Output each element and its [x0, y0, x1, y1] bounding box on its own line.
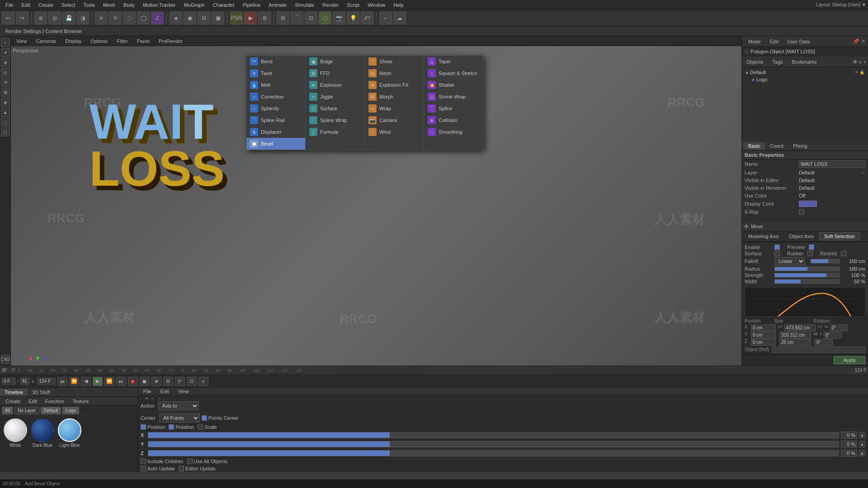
prop-use-color-value[interactable]: Off: [799, 193, 865, 198]
mat-tab-create[interactable]: Create: [2, 398, 24, 405]
apply-button[interactable]: Apply: [834, 356, 865, 364]
deformer-shear[interactable]: / Shear: [365, 56, 424, 67]
deformer-bulge[interactable]: ◉ Bulge: [306, 56, 364, 67]
tag-btn[interactable]: 🏷: [361, 12, 373, 24]
deformer-shatter[interactable]: 💥 Shatter: [424, 79, 483, 91]
display-color-swatch[interactable]: [799, 201, 817, 207]
obj-vis-icon[interactable]: 👁: [854, 70, 859, 75]
deformer-wrap[interactable]: ↪ Wrap: [365, 103, 424, 114]
deformer-dropdown-menu[interactable]: 〜 Bend ↯ Twist 💧 Melt: [246, 55, 483, 150]
left-icon-8[interactable]: ▲: [1, 108, 10, 117]
play-fwd-btn[interactable]: ⏩: [104, 377, 114, 386]
center-dropdown[interactable]: All Points: [159, 413, 200, 422]
mat-filter-nolayer[interactable]: No Layer: [14, 407, 39, 414]
menu-character[interactable]: Character: [209, 1, 238, 9]
spline-btn[interactable]: ⌒: [291, 12, 303, 24]
mat-tab-function[interactable]: Function: [42, 398, 68, 405]
x-axis-slider[interactable]: [148, 432, 839, 438]
tl-extra-5[interactable]: ≡: [198, 377, 208, 386]
primitive-btn[interactable]: ⊞: [277, 12, 289, 24]
rot-p-input[interactable]: [824, 332, 842, 338]
rp-pin-icon[interactable]: 📌: [853, 38, 859, 44]
include-children-check[interactable]: [141, 459, 146, 464]
deformer-jiggle[interactable]: ≈ Jiggle: [306, 91, 364, 103]
x-axis-input[interactable]: 0 %: [841, 432, 857, 439]
deformer-taper[interactable]: △ Taper: [424, 56, 483, 67]
size-z-input[interactable]: [779, 339, 811, 346]
render-settings-link[interactable]: Render Settings | Content Browser: [3, 28, 85, 34]
camera-btn[interactable]: 📷: [333, 12, 345, 24]
editor-update-check[interactable]: [179, 466, 184, 471]
z-axis-slider[interactable]: [148, 450, 839, 456]
generator-btn[interactable]: ⊡: [305, 12, 317, 24]
menu-mesh[interactable]: Mesh: [99, 1, 119, 9]
xray-checkbox[interactable]: [799, 209, 804, 215]
deformer-displacer[interactable]: ⇅ Displacer: [246, 126, 305, 138]
deformer-wind[interactable]: ~ Wind: [365, 126, 424, 138]
deformer-collision[interactable]: ⊕ Collision: [424, 114, 483, 126]
poly-mode-button[interactable]: ▣: [212, 12, 224, 24]
deformer-correction[interactable]: ✓ Correction: [246, 91, 305, 103]
save-button[interactable]: 💾: [62, 12, 75, 24]
redo-button[interactable]: ↪: [16, 12, 28, 24]
use-all-check[interactable]: [187, 459, 193, 464]
left-icon-5[interactable]: ⟲: [1, 78, 10, 87]
play-btn[interactable]: ▶: [93, 377, 103, 386]
props-tab-coord[interactable]: Coord: [765, 142, 788, 150]
tab-soft-selection[interactable]: Soft Selection: [819, 232, 860, 240]
tl-tab-3dstuff[interactable]: 3D Stuff: [28, 389, 55, 396]
props-tab-basic[interactable]: Basic: [744, 142, 765, 150]
point-mode-button[interactable]: ◉: [184, 12, 196, 24]
y-axis-input[interactable]: 0 %: [841, 441, 857, 448]
left-icon-7[interactable]: ◈: [1, 98, 10, 107]
deformer-smoothing[interactable]: ◌ Smoothing: [424, 126, 483, 138]
undo-button[interactable]: ↩: [2, 12, 14, 24]
deformer-mesh[interactable]: ⊟ Mesh: [365, 67, 424, 79]
deformer-bevel[interactable]: ⬟ Bevel: [246, 138, 305, 150]
obj-default-row[interactable]: ■ Default 👁 🔒: [745, 69, 865, 76]
menu-tools[interactable]: Tools: [80, 1, 99, 9]
mat-swatch-lightblue[interactable]: Light Blue: [57, 418, 82, 469]
rot-b-input[interactable]: [815, 339, 833, 346]
edit-button[interactable]: Edit: [766, 38, 782, 45]
y-axis-slider[interactable]: [148, 441, 839, 447]
deformer-spherify[interactable]: ○ Spherify: [246, 103, 305, 114]
ss-restrict-checkbox[interactable]: [841, 251, 846, 256]
vp-cameras[interactable]: Cameras: [33, 38, 60, 45]
menu-pipeline[interactable]: Pipeline: [239, 1, 264, 9]
auto-update-check[interactable]: [141, 466, 146, 471]
props-tab-phong[interactable]: Phong: [788, 142, 812, 150]
mat-filter-default[interactable]: Default: [41, 407, 61, 414]
scale-button[interactable]: ◯: [137, 12, 150, 24]
vp-display[interactable]: Display: [61, 38, 85, 45]
deformer-twist[interactable]: ↯ Twist: [246, 67, 305, 79]
z-axis-up[interactable]: ▲: [859, 450, 865, 456]
action-dropdown[interactable]: Axis to: [158, 401, 199, 410]
ss-rubber-checkbox[interactable]: [807, 251, 813, 256]
deformer-shrink-wrap[interactable]: ⊡ Shrink Wrap: [424, 91, 483, 103]
stop-btn[interactable]: ⏹: [140, 377, 150, 386]
step-back-btn[interactable]: ⏪: [69, 377, 79, 386]
deformer-explosion-fx[interactable]: ✦ Explosion FX: [365, 79, 424, 91]
go-end-btn[interactable]: ⏭: [116, 377, 126, 386]
deformer-melt[interactable]: 💧 Melt: [246, 79, 305, 91]
ss-falloff-slider[interactable]: [811, 259, 840, 263]
y-axis-up[interactable]: ▲: [859, 441, 865, 447]
menu-body[interactable]: Body: [120, 1, 138, 9]
deformer-surface[interactable]: ⬡ Surface: [306, 103, 364, 114]
deformer-spline-deformer[interactable]: ⌒ Spline: [424, 103, 483, 114]
rp-close-icon[interactable]: ✕: [861, 38, 865, 44]
menu-motion-tracker[interactable]: Motion Tracker: [139, 1, 179, 9]
total-frames[interactable]: 124 F: [38, 378, 56, 385]
scale-checkbox[interactable]: [198, 424, 203, 430]
tab-modeling-axis[interactable]: Modeling Axis: [744, 233, 783, 240]
z-axis-button[interactable]: Z: [151, 12, 164, 24]
vp-options[interactable]: Options: [87, 38, 111, 45]
mat-filter-logo[interactable]: Logo: [62, 407, 79, 414]
render-settings-btn[interactable]: ⚙: [258, 12, 271, 24]
deformer-morph[interactable]: W Morph: [365, 91, 424, 103]
menu-edit[interactable]: Edit: [18, 1, 34, 9]
mode-button[interactable]: Mode: [745, 38, 764, 45]
deformer-explosion[interactable]: ✦ Explosion: [306, 79, 364, 91]
mat-tab-texture[interactable]: Texture: [69, 398, 92, 405]
